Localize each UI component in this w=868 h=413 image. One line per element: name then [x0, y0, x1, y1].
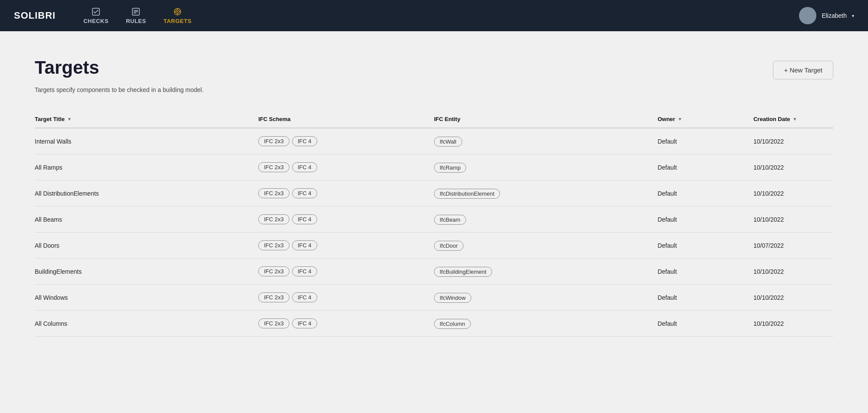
target-icon [173, 7, 182, 16]
col-header-schema: IFC Schema [258, 111, 434, 128]
cell-schema: IFC 2x3IFC 4 [258, 233, 434, 259]
cell-title: All Columns [35, 311, 258, 337]
table-header: Target Title ▼ IFC Schema IFC Entity Own… [35, 111, 833, 128]
schema-badge: IFC 2x3 [258, 266, 289, 276]
table-row[interactable]: All DistributionElementsIFC 2x3IFC 4IfcD… [35, 180, 833, 206]
cell-date: 10/07/2022 [753, 233, 833, 259]
nav-items: CHECKS RULES [83, 7, 778, 24]
cell-entity: IfcBuildingElement [434, 259, 658, 285]
cell-schema: IFC 2x3IFC 4 [258, 154, 434, 180]
cell-date: 10/10/2022 [753, 180, 833, 206]
entity-badge: IfcBuildingElement [434, 267, 492, 277]
cell-owner: Default [658, 259, 753, 285]
nav-item-checks[interactable]: CHECKS [83, 7, 108, 24]
cell-entity: IfcRamp [434, 154, 658, 180]
cell-date: 10/10/2022 [753, 259, 833, 285]
table-row[interactable]: All BeamsIFC 2x3IFC 4IfcBeamDefault10/10… [35, 206, 833, 233]
new-target-button[interactable]: + New Target [773, 61, 833, 79]
schema-badge: IFC 4 [292, 318, 317, 328]
table-row[interactable]: All ColumnsIFC 2x3IFC 4IfcColumnDefault1… [35, 311, 833, 337]
targets-table: Target Title ▼ IFC Schema IFC Entity Own… [35, 111, 833, 337]
cell-owner: Default [658, 180, 753, 206]
cell-entity: IfcColumn [434, 311, 658, 337]
table-body: Internal WallsIFC 2x3IFC 4IfcWallDefault… [35, 128, 833, 337]
schema-badge: IFC 4 [292, 188, 317, 198]
schema-badge: IFC 4 [292, 136, 317, 146]
table-row[interactable]: All DoorsIFC 2x3IFC 4IfcDoorDefault10/07… [35, 233, 833, 259]
schema-badge: IFC 2x3 [258, 162, 289, 172]
cell-title: BuildingElements [35, 259, 258, 285]
table-row[interactable]: Internal WallsIFC 2x3IFC 4IfcWallDefault… [35, 128, 833, 154]
cell-entity: IfcDistributionElement [434, 180, 658, 206]
table-row[interactable]: BuildingElementsIFC 2x3IFC 4IfcBuildingE… [35, 259, 833, 285]
cell-date: 10/10/2022 [753, 128, 833, 154]
cell-title: All Beams [35, 206, 258, 233]
schema-badge: IFC 2x3 [258, 318, 289, 328]
schema-badge: IFC 2x3 [258, 136, 289, 146]
sort-icon-title: ▼ [67, 117, 72, 121]
sort-icon-date: ▼ [793, 117, 797, 121]
cell-title: Internal Walls [35, 128, 258, 154]
nav-item-rules[interactable]: RULES [126, 7, 146, 24]
entity-badge: IfcWall [434, 137, 462, 147]
table-row[interactable]: All WindowsIFC 2x3IFC 4IfcWindowDefault1… [35, 285, 833, 311]
col-header-date[interactable]: Creation Date ▼ [753, 111, 833, 128]
page-header: Targets + New Target [35, 57, 833, 79]
schema-badge: IFC 2x3 [258, 292, 289, 302]
cell-title: All Windows [35, 285, 258, 311]
schema-badge: IFC 2x3 [258, 214, 289, 224]
avatar [799, 7, 816, 24]
chevron-down-icon: ▾ [852, 13, 854, 18]
page-description: Targets specify components to be checked… [35, 86, 833, 93]
cell-owner: Default [658, 311, 753, 337]
col-header-owner[interactable]: Owner ▼ [658, 111, 753, 128]
logo: SOLIBRI [14, 10, 56, 21]
cell-date: 10/10/2022 [753, 285, 833, 311]
schema-badge: IFC 2x3 [258, 188, 289, 198]
user-name: Elizabeth [822, 12, 847, 19]
cell-owner: Default [658, 154, 753, 180]
nav-item-targets[interactable]: TARGETS [164, 7, 192, 24]
svg-point-7 [177, 11, 178, 12]
nav-label-checks: CHECKS [83, 18, 108, 24]
cell-owner: Default [658, 233, 753, 259]
main-content: Targets + New Target Targets specify com… [0, 31, 868, 363]
col-header-entity: IFC Entity [434, 111, 658, 128]
cell-schema: IFC 2x3IFC 4 [258, 259, 434, 285]
entity-badge: IfcDistributionElement [434, 189, 500, 199]
cell-title: All DistributionElements [35, 180, 258, 206]
schema-badge: IFC 4 [292, 162, 317, 172]
cell-schema: IFC 2x3IFC 4 [258, 311, 434, 337]
user-menu[interactable]: Elizabeth ▾ [799, 7, 854, 24]
schema-badge: IFC 4 [292, 292, 317, 302]
schema-badge: IFC 4 [292, 266, 317, 276]
cell-owner: Default [658, 285, 753, 311]
entity-badge: IfcDoor [434, 241, 464, 251]
cell-title: All Ramps [35, 154, 258, 180]
checkbox-icon [92, 7, 100, 16]
cell-entity: IfcBeam [434, 206, 658, 233]
page-title: Targets [35, 57, 99, 78]
cell-entity: IfcWindow [434, 285, 658, 311]
cell-schema: IFC 2x3IFC 4 [258, 206, 434, 233]
entity-badge: IfcBeam [434, 215, 466, 225]
cell-entity: IfcDoor [434, 233, 658, 259]
cell-date: 10/10/2022 [753, 311, 833, 337]
cell-owner: Default [658, 206, 753, 233]
nav-label-rules: RULES [126, 18, 146, 24]
table-row[interactable]: All RampsIFC 2x3IFC 4IfcRampDefault10/10… [35, 154, 833, 180]
nav-label-targets: TARGETS [164, 18, 192, 24]
rules-icon [132, 7, 140, 16]
schema-badge: IFC 4 [292, 214, 317, 224]
navbar: SOLIBRI CHECKS RULES [0, 0, 868, 31]
cell-date: 10/10/2022 [753, 154, 833, 180]
cell-owner: Default [658, 128, 753, 154]
cell-schema: IFC 2x3IFC 4 [258, 180, 434, 206]
cell-entity: IfcWall [434, 128, 658, 154]
sort-icon-owner: ▼ [678, 117, 682, 121]
schema-badge: IFC 4 [292, 240, 317, 250]
entity-badge: IfcWindow [434, 293, 471, 303]
schema-badge: IFC 2x3 [258, 240, 289, 250]
col-header-title[interactable]: Target Title ▼ [35, 111, 258, 128]
entity-badge: IfcColumn [434, 319, 471, 329]
